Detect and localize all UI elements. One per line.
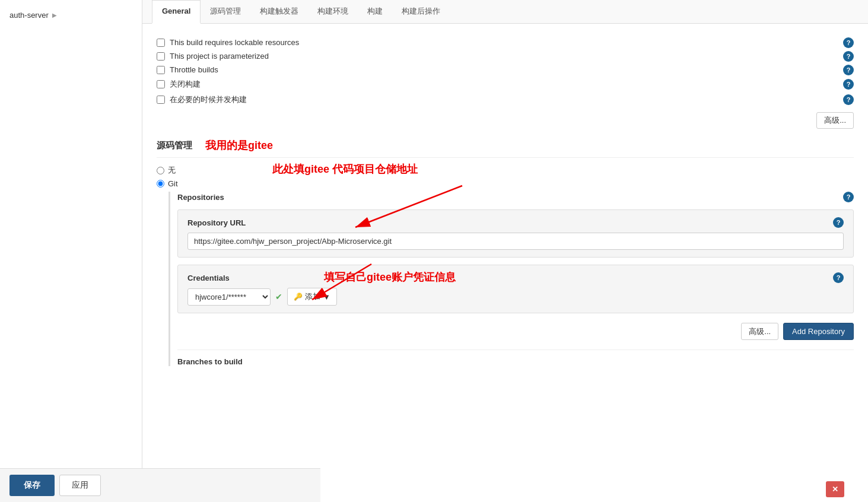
help-icon-credentials[interactable]: ? bbox=[833, 272, 844, 283]
save-button[interactable]: 保存 bbox=[9, 475, 55, 496]
credentials-field-group: Credentials ? 填写自己gitee账户凭证信息 bbox=[177, 265, 854, 313]
git-section: Repositories ? 此处填gi bbox=[168, 192, 854, 366]
sidebar-item-label: auth-server bbox=[9, 11, 49, 20]
radio-none-label: 无 bbox=[168, 165, 176, 176]
repo-url-field-group: Repository URL ? bbox=[177, 209, 854, 258]
radio-row-git: Git bbox=[157, 179, 854, 188]
tab-general[interactable]: General bbox=[152, 0, 201, 24]
checkmark-icon: ✔ bbox=[275, 292, 282, 301]
sidebar-item-auth-server[interactable]: auth-server ▶ bbox=[0, 7, 142, 23]
add-btn-label: 添加 bbox=[305, 291, 320, 302]
radio-none[interactable] bbox=[157, 167, 164, 174]
checkbox-row-2: Throttle builds ? bbox=[157, 65, 854, 74]
radio-git[interactable] bbox=[157, 180, 164, 188]
credentials-row: hjwcore1/****** ✔ 🔑 添加 ▼ bbox=[187, 288, 844, 306]
key-icon: 🔑 bbox=[294, 293, 303, 301]
tab-build[interactable]: 构建 bbox=[358, 0, 392, 24]
dropdown-arrow-icon: ▼ bbox=[323, 293, 330, 301]
branches-label: Branches to build bbox=[177, 357, 243, 366]
repo-url-label: Repository URL bbox=[187, 218, 246, 227]
add-repository-button[interactable]: Add Repository bbox=[783, 323, 854, 340]
advanced-button-bottom[interactable]: 高级... bbox=[741, 323, 778, 340]
checkbox-label-1: This project is parameterized bbox=[170, 52, 269, 61]
add-credentials-button[interactable]: 🔑 添加 ▼ bbox=[287, 288, 337, 306]
advanced-btn-row-top: 高级... bbox=[157, 112, 854, 129]
checkboxes-section: This build requires lockable resources ?… bbox=[157, 38, 854, 105]
repo-url-label-row: Repository URL ? bbox=[187, 217, 844, 228]
checkbox-row-3: 关闭构建 ? bbox=[157, 79, 854, 90]
help-icon-repositories[interactable]: ? bbox=[843, 192, 854, 202]
content-area: This build requires lockable resources ?… bbox=[142, 24, 868, 376]
checkbox-row-1: This project is parameterized ? bbox=[157, 52, 854, 61]
tab-post-build[interactable]: 构建后操作 bbox=[392, 0, 450, 24]
checkbox-label-2: Throttle builds bbox=[170, 65, 218, 74]
credentials-label: Credentials bbox=[187, 274, 230, 282]
help-icon-1[interactable]: ? bbox=[843, 51, 854, 62]
checkbox-row-0: This build requires lockable resources ? bbox=[157, 38, 854, 47]
source-section-title: 源码管理 bbox=[157, 140, 192, 151]
source-section-header: 源码管理 我用的是gitee bbox=[157, 138, 854, 158]
checkbox-label-0: This build requires lockable resources bbox=[170, 38, 299, 47]
radio-row-none: 无 bbox=[157, 165, 854, 176]
close-button[interactable]: ✕ bbox=[826, 481, 844, 497]
credentials-label-row: Credentials ? bbox=[187, 272, 844, 283]
chevron-right-icon: ▶ bbox=[52, 12, 57, 18]
checkbox-label-4: 在必要的时候并发构建 bbox=[170, 94, 247, 105]
main-content: General 源码管理 构建触发器 构建环境 构建 构建后操作 This bu… bbox=[142, 0, 868, 502]
help-icon-4[interactable]: ? bbox=[843, 94, 854, 105]
checkbox-label-3: 关闭构建 bbox=[170, 79, 201, 90]
checkbox-lockable[interactable] bbox=[157, 39, 165, 47]
repo-url-input[interactable] bbox=[187, 233, 844, 250]
help-icon-repo-url[interactable]: ? bbox=[833, 217, 844, 228]
checkbox-throttle[interactable] bbox=[157, 66, 165, 74]
tab-build-triggers[interactable]: 构建触发器 bbox=[250, 0, 308, 24]
tabs-bar: General 源码管理 构建触发器 构建环境 构建 构建后操作 bbox=[142, 0, 868, 24]
bottom-bar: 保存 应用 bbox=[0, 468, 320, 502]
repositories-header: Repositories ? bbox=[177, 192, 854, 202]
checkbox-row-4: 在必要的时候并发构建 ? bbox=[157, 94, 854, 105]
source-annotation: 我用的是gitee bbox=[205, 138, 273, 152]
credentials-select[interactable]: hjwcore1/****** bbox=[187, 288, 271, 306]
help-icon-2[interactable]: ? bbox=[843, 65, 854, 75]
checkbox-disable-build[interactable] bbox=[157, 80, 165, 88]
checkbox-parameterized[interactable] bbox=[157, 52, 165, 61]
help-icon-0[interactable]: ? bbox=[843, 37, 854, 48]
help-icon-3[interactable]: ? bbox=[843, 79, 854, 90]
apply-button[interactable]: 应用 bbox=[59, 475, 101, 496]
branches-section: Branches to build bbox=[177, 350, 854, 366]
radio-git-label: Git bbox=[168, 179, 178, 188]
advanced-button-top[interactable]: 高级... bbox=[816, 112, 854, 129]
tab-build-env[interactable]: 构建环境 bbox=[308, 0, 358, 24]
sidebar: auth-server ▶ bbox=[0, 0, 142, 502]
checkbox-concurrent-build[interactable] bbox=[157, 96, 165, 104]
tab-source-mgmt[interactable]: 源码管理 bbox=[201, 0, 250, 24]
bottom-buttons: 高级... Add Repository bbox=[177, 323, 854, 340]
repositories-label: Repositories bbox=[177, 193, 224, 202]
